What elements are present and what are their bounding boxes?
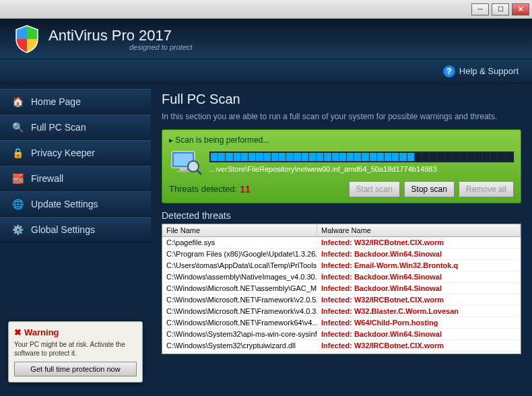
cell-malware: Infected: W64/Child-Porn.hosting	[317, 317, 521, 328]
table-row[interactable]: C:\Program Files (x86)\Google\Update\1.3…	[162, 249, 521, 260]
stop-scan-button[interactable]: Stop scan	[404, 181, 455, 197]
sidebar-item-label: Full PC Scan	[31, 122, 86, 133]
threats-detected-count: 11	[240, 184, 251, 195]
cell-filename: C:\Windows\Microsoft.NET\Framework\v2.0.…	[162, 294, 317, 305]
table-row[interactable]: C:\Windows\assembly\NativeImages_v4.0.30…	[162, 271, 521, 283]
help-label: Help & Support	[459, 66, 519, 76]
home-icon: 🏠	[11, 95, 24, 108]
sidebar-item-home[interactable]: 🏠Home Page	[0, 89, 151, 114]
table-row[interactable]: C:\Users\tomas\AppData\Local\Temp\PrlToo…	[162, 260, 521, 271]
toolbar: ? Help & Support	[0, 59, 532, 84]
sidebar-item-lock[interactable]: 🔒Privacy Keeper	[0, 140, 151, 166]
sidebar-item-globe[interactable]: 🌐Update Settings	[0, 191, 151, 217]
scan-current-path: ...iverStore\FileRepository\netwew00.inf…	[209, 165, 514, 173]
detected-threats-title: Detected threats	[162, 210, 521, 221]
threats-detected-label: Threats detected:	[169, 184, 237, 194]
cell-filename: C:\Windows\Microsoft.NET\Framework\v4.0.…	[162, 306, 317, 317]
cell-malware: Infected: Backdoor.Win64.Sinowal	[317, 283, 521, 294]
warning-title: ✖ Warning	[14, 327, 137, 337]
warning-box: ✖ Warning Your PC might be at risk. Acti…	[8, 321, 143, 383]
table-row[interactable]: C:\Windows\Microsoft.NET\assembly\GAC_MS…	[162, 283, 521, 294]
app-tagline: designed to protect	[129, 43, 193, 51]
table-row[interactable]: C:\Windows\System32\cryptuiwizard.dllInf…	[162, 340, 521, 352]
sidebar-item-search[interactable]: 🔍Full PC Scan	[0, 114, 151, 140]
cell-malware: Infected: Backdoor.Win64.Sinowal	[317, 329, 521, 339]
column-header-malware[interactable]: Malware Name	[317, 224, 521, 236]
cell-filename: C:\Windows\System32\api-ms-win-core-sysi…	[162, 329, 317, 339]
close-button[interactable]: ✕	[512, 3, 529, 15]
threats-table: File Name Malware Name C:\pagefile.sysIn…	[162, 224, 521, 354]
cell-filename: C:\Windows\System32\cryptuiwizard.dll	[162, 340, 317, 351]
sidebar: 🏠Home Page🔍Full PC Scan🔒Privacy Keeper🧱F…	[0, 84, 151, 396]
window-titlebar: ─ ☐ ✕	[0, 0, 532, 19]
sidebar-item-label: Firewall	[31, 173, 63, 184]
cell-filename: C:\Windows\assembly\NativeImages_v4.0.30…	[162, 271, 317, 282]
cell-malware: Infected: W32/IRCBotnet.CIX.worm	[317, 294, 521, 305]
warning-icon: ✖	[14, 327, 22, 337]
help-icon: ?	[443, 65, 455, 77]
column-header-filename[interactable]: File Name	[162, 224, 317, 236]
sidebar-item-gear[interactable]: ⚙️Global Settings	[0, 217, 151, 242]
cell-filename: C:\Windows\System32\DriverStore\FileRepo…	[162, 352, 317, 354]
app-title: AntiVirus Pro 2017	[48, 27, 193, 44]
search-icon: 🔍	[11, 121, 24, 134]
warning-text: Your PC might be at risk. Activate the s…	[14, 340, 137, 358]
remove-all-button[interactable]: Remove all	[459, 181, 514, 197]
scan-progress-box: ▸ Scan is being performed... ...iverStor…	[162, 129, 521, 203]
cell-filename: C:\Users\tomas\AppData\Local\Temp\PrlToo…	[162, 260, 317, 271]
svg-line-5	[197, 170, 201, 174]
globe-icon: 🌐	[11, 197, 24, 211]
table-row[interactable]: C:\Windows\Microsoft.NET\Framework\v4.0.…	[162, 306, 521, 317]
get-protection-button[interactable]: Get full time protection now	[14, 362, 137, 376]
svg-point-4	[188, 161, 199, 172]
cell-malware: Infected: Backdoor.Win64.Sinowal	[317, 271, 521, 282]
cell-malware: Infected: W32.Blaster.C.Worm.Lovesan	[317, 306, 521, 317]
sidebar-item-label: Home Page	[31, 96, 81, 107]
shield-icon	[13, 24, 40, 54]
svg-rect-3	[177, 170, 189, 172]
cell-malware: Infected: Backdoor.Win64.Sinowal	[317, 352, 521, 354]
lock-icon: 🔒	[11, 146, 24, 160]
table-row[interactable]: C:\pagefile.sysInfected: W32/IRCBotnet.C…	[162, 237, 521, 249]
cell-malware: Infected: W32/IRCBotnet.CIX.worm	[317, 237, 521, 248]
monitor-icon	[169, 149, 203, 176]
svg-rect-2	[180, 168, 187, 170]
cell-filename: C:\Windows\Microsoft.NET\Framework64\v4.…	[162, 317, 317, 328]
minimize-button[interactable]: ─	[471, 3, 489, 15]
cell-malware: Infected: W32/IRCBotnet.CIX.worm	[317, 340, 521, 351]
help-support-link[interactable]: ? Help & Support	[443, 65, 519, 77]
cell-filename: C:\pagefile.sys	[162, 237, 317, 248]
app-header: AntiVirus Pro 2017 designed to protect	[0, 19, 532, 59]
progress-bar	[209, 152, 514, 162]
gear-icon: ⚙️	[11, 223, 24, 236]
sidebar-item-label: Update Settings	[31, 199, 98, 209]
start-scan-button[interactable]: Start scan	[349, 181, 400, 197]
table-row[interactable]: C:\Windows\System32\DriverStore\FileRepo…	[162, 352, 521, 354]
cell-filename: C:\Program Files (x86)\Google\Update\1.3…	[162, 249, 317, 259]
sidebar-item-wall[interactable]: 🧱Firewall	[0, 166, 151, 191]
cell-malware: Infected: Backdoor.Win64.Sinowal	[317, 249, 521, 259]
table-row[interactable]: C:\Windows\System32\api-ms-win-core-sysi…	[162, 329, 521, 340]
page-description: In this section you are able to run a fu…	[162, 111, 521, 123]
table-row[interactable]: C:\Windows\Microsoft.NET\Framework64\v4.…	[162, 317, 521, 329]
page-title: Full PC Scan	[162, 92, 521, 107]
maximize-button[interactable]: ☐	[492, 3, 509, 15]
cell-filename: C:\Windows\Microsoft.NET\assembly\GAC_MS…	[162, 283, 317, 294]
cell-malware: Infected: Email-Worm.Win32.Brontok.q	[317, 260, 521, 271]
main-panel: Full PC Scan In this section you are abl…	[151, 84, 532, 396]
scan-status: ▸ Scan is being performed...	[169, 135, 514, 145]
wall-icon: 🧱	[11, 172, 24, 185]
table-row[interactable]: C:\Windows\Microsoft.NET\Framework\v2.0.…	[162, 294, 521, 306]
sidebar-item-label: Global Settings	[31, 224, 95, 235]
sidebar-item-label: Privacy Keeper	[31, 147, 95, 158]
